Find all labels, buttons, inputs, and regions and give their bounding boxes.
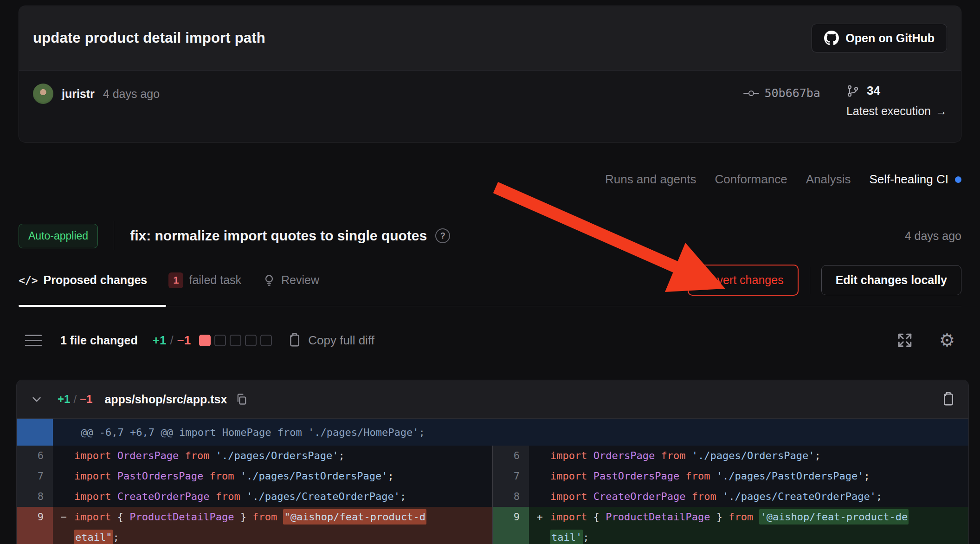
diff-pane-new: 6import OrdersPage from './pages/OrdersP…	[492, 446, 968, 544]
diff-line: 9+import { ProductDetailPage } from '@ai…	[493, 507, 968, 544]
diff-sign	[529, 446, 550, 466]
diff-stat-square	[260, 335, 272, 346]
diff-sign	[53, 466, 74, 486]
commit-sha-block[interactable]: 50b667ba	[743, 86, 820, 100]
toolbar-right: ⚙	[896, 331, 955, 349]
diff-line: 6import OrdersPage from './pages/OrdersP…	[17, 446, 492, 466]
file-deletions: −1	[80, 393, 92, 406]
arrow-right-icon: →	[935, 104, 947, 118]
diff-sign: +	[529, 507, 550, 544]
diff-stat-squares	[199, 335, 272, 346]
author-name: juristr	[62, 87, 95, 101]
commit-card-header: update product detail import path Open o…	[19, 6, 961, 71]
fix-title: fix: normalize import quotes to single q…	[130, 228, 427, 244]
diff-line: 7import PastOrdersPage from './pages/Pas…	[17, 466, 492, 486]
code-content: import PastOrdersPage from './pages/Past…	[74, 466, 492, 486]
expand-fullscreen-icon[interactable]	[896, 332, 913, 349]
code-content: import PastOrdersPage from './pages/Past…	[550, 466, 968, 486]
files-changed-label: 1 file changed	[60, 334, 138, 347]
diff-stat-square	[245, 335, 257, 346]
diff-body: 6import OrdersPage from './pages/OrdersP…	[17, 446, 968, 544]
author-block: juristr 4 days ago	[33, 84, 160, 104]
help-icon[interactable]: ?	[435, 228, 450, 243]
diff-stat-square	[199, 335, 211, 346]
authored-time: 4 days ago	[103, 87, 160, 101]
tab-label: Review	[281, 273, 319, 287]
revert-changes-button[interactable]: Revert changes	[688, 265, 799, 296]
latest-execution-link[interactable]: Latest execution →	[846, 104, 947, 118]
file-diff-header: +1 / −1 apps/shop/src/app.tsx	[17, 380, 968, 419]
hunk-header-text: @@ -6,7 +6,7 @@ import HomePage from './…	[81, 427, 425, 438]
nav-item-conformance[interactable]: Conformance	[715, 172, 787, 187]
copy-path-icon[interactable]	[235, 393, 248, 406]
active-tab-underline	[19, 305, 166, 307]
file-stat-separator: /	[73, 393, 77, 406]
code-content: import OrdersPage from './pages/OrdersPa…	[550, 446, 968, 466]
vertical-divider	[114, 221, 114, 250]
top-nav: Runs and agents Conformance Analysis Sel…	[19, 172, 961, 187]
lightbulb-icon	[263, 274, 276, 287]
nav-item-runs-and-agents[interactable]: Runs and agents	[605, 172, 696, 187]
copy-file-diff-icon[interactable]	[941, 392, 955, 407]
diff-line: 9−import { ProductDetailPage } from "@ai…	[17, 507, 492, 544]
open-on-github-label: Open on GitHub	[845, 32, 935, 45]
tab-failed-task[interactable]: 1 failed task	[168, 272, 241, 288]
code-content: import { ProductDetailPage } from '@aish…	[550, 507, 968, 544]
execution-block: 34 Latest execution →	[846, 84, 947, 118]
diff-sign	[529, 466, 550, 486]
additions-count: +1	[153, 333, 167, 348]
tab-proposed-changes[interactable]: </> Proposed changes	[19, 273, 147, 287]
diff-line: 7import PastOrdersPage from './pages/Pas…	[493, 466, 968, 486]
file-additions: +1	[58, 393, 70, 406]
tab-label: Proposed changes	[44, 273, 148, 287]
hunk-gutter-block	[17, 419, 53, 446]
avatar	[33, 84, 53, 104]
commit-card-meta: juristr 4 days ago 50b667ba 34 Latest ex…	[19, 71, 961, 142]
file-path: apps/shop/src/app.tsx	[104, 393, 227, 406]
diff-sign: −	[53, 507, 74, 544]
file-list-menu-icon[interactable]	[25, 335, 42, 346]
line-number: 6	[493, 446, 529, 466]
tab-review[interactable]: Review	[263, 273, 319, 287]
auto-applied-badge: Auto-applied	[19, 224, 98, 248]
line-number: 7	[17, 466, 53, 486]
diff-sign	[53, 486, 74, 507]
nav-item-analysis[interactable]: Analysis	[806, 172, 851, 187]
edit-changes-locally-button[interactable]: Edit changes locally	[821, 265, 961, 295]
code-content: import { ProductDetailPage } from "@aish…	[74, 507, 492, 544]
commit-meta: 50b667ba 34 Latest execution →	[743, 84, 948, 118]
collapse-chevron-icon[interactable]	[30, 392, 44, 406]
settings-gear-icon[interactable]: ⚙	[939, 331, 955, 349]
stat-separator: /	[170, 333, 173, 348]
code-content: import CreateOrderPage from './pages/Cre…	[74, 486, 492, 507]
code-content: import CreateOrderPage from './pages/Cre…	[550, 486, 968, 507]
nav-item-self-healing-ci[interactable]: Self-healing CI	[869, 172, 961, 187]
hunk-header: @@ -6,7 +6,7 @@ import HomePage from './…	[17, 419, 968, 446]
action-buttons: Revert changes Edit changes locally	[688, 265, 961, 296]
commit-icon	[743, 88, 759, 99]
line-number: 6	[17, 446, 53, 466]
diff-line: 8import CreateOrderPage from './pages/Cr…	[493, 486, 968, 507]
line-number: 7	[493, 466, 529, 486]
line-number: 9	[17, 507, 53, 544]
diff-sign	[529, 486, 550, 507]
failed-count-badge: 1	[168, 272, 183, 288]
open-on-github-button[interactable]: Open on GitHub	[812, 24, 947, 52]
button-divider	[810, 267, 810, 294]
diff-pane-old: 6import OrdersPage from './pages/OrdersP…	[17, 446, 492, 544]
diff-stat-square	[230, 335, 241, 346]
file-diff-card: +1 / −1 apps/shop/src/app.tsx @@ -6,7 +6…	[16, 380, 969, 544]
copy-full-diff-button[interactable]: Copy full diff	[288, 333, 374, 348]
tabs-row: </> Proposed changes 1 failed task Revie…	[19, 265, 961, 306]
fix-time: 4 days ago	[905, 229, 961, 243]
deletions-count: −1	[177, 333, 191, 348]
git-branch-icon	[846, 84, 859, 97]
line-number: 8	[493, 486, 529, 507]
diff-sign	[53, 446, 74, 466]
code-content: import OrdersPage from './pages/OrdersPa…	[74, 446, 492, 466]
copy-full-diff-label: Copy full diff	[308, 333, 374, 348]
page-title: update product detail import path	[33, 30, 265, 46]
tab-label: failed task	[189, 273, 241, 287]
diff-toolbar: 1 file changed +1 / −1 Copy full diff ⚙	[19, 322, 961, 358]
fix-header-row: Auto-applied fix: normalize import quote…	[19, 221, 961, 251]
